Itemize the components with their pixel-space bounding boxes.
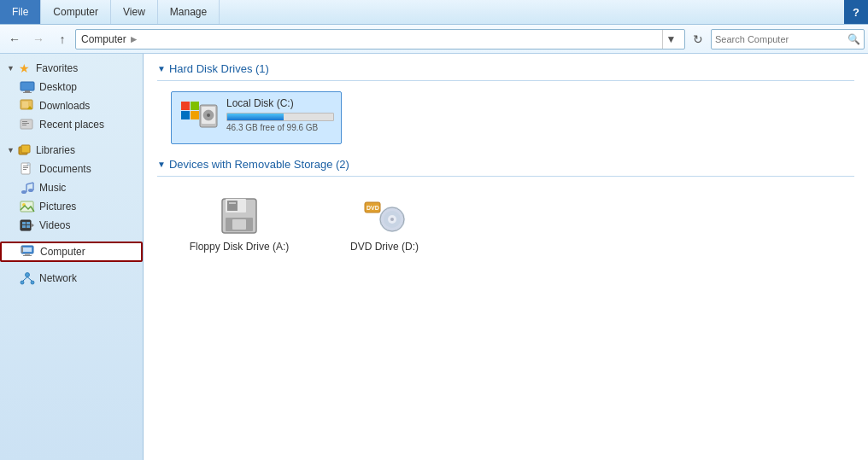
local-disk-info: Local Disk (C:) 46.3 GB free of 99.6 GB <box>226 97 334 132</box>
videos-icon <box>20 218 35 232</box>
dvd-drive-d[interactable]: DVD DVD Drive (D:) <box>316 187 453 260</box>
documents-label: Documents <box>39 163 91 175</box>
sidebar-item-downloads[interactable]: Downloads <box>0 96 143 115</box>
svg-rect-31 <box>23 247 32 252</box>
drives-grid: Local Disk (C:) 46.3 GB free of 99.6 GB <box>157 91 854 144</box>
search-input[interactable] <box>715 34 847 44</box>
sidebar-item-recent[interactable]: Recent places <box>0 115 143 134</box>
svg-rect-52 <box>229 202 236 204</box>
pictures-icon <box>20 200 35 213</box>
downloads-label: Downloads <box>39 100 90 112</box>
local-disk-c[interactable]: Local Disk (C:) 46.3 GB free of 99.6 GB <box>171 91 342 144</box>
svg-point-35 <box>26 273 30 277</box>
sidebar-item-desktop[interactable]: Desktop <box>0 78 143 96</box>
svg-rect-54 <box>232 219 246 230</box>
svg-marker-25 <box>31 223 34 228</box>
address-chevron: ► <box>129 33 139 45</box>
dvd-icon: DVD <box>363 195 406 237</box>
libraries-icon <box>18 143 32 157</box>
svg-rect-29 <box>26 225 30 228</box>
address-dropdown-button[interactable]: ▼ <box>662 30 679 49</box>
refresh-button[interactable]: ↻ <box>687 28 709 50</box>
drive-progress-fill <box>227 114 284 120</box>
svg-rect-32 <box>25 253 30 255</box>
floppy-name: Floppy Disk Drive (A:) <box>190 241 290 253</box>
desktop-label: Desktop <box>39 81 77 93</box>
removable-title: Devices with Removable Storage (2) <box>169 158 349 171</box>
svg-rect-33 <box>23 255 32 256</box>
svg-rect-14 <box>23 167 28 168</box>
forward-button[interactable]: → <box>27 28 50 50</box>
libraries-label: Libraries <box>36 144 75 156</box>
favorites-label: Favorites <box>36 62 78 74</box>
content-area: ▼ Hard Disk Drives (1) <box>144 54 868 460</box>
favorites-header: ▼ ★ Favorites <box>0 59 143 78</box>
up-button[interactable]: ↑ <box>51 28 73 50</box>
sidebar-item-computer[interactable]: Computer <box>0 242 143 262</box>
local-disk-icon <box>179 97 220 138</box>
computer-icon <box>21 245 36 259</box>
hard-disk-header: ▼ Hard Disk Drives (1) <box>157 62 854 75</box>
hdd-collapse-icon: ▼ <box>157 64 166 73</box>
floppy-drive-a[interactable]: Floppy Disk Drive (A:) <box>171 187 308 260</box>
svg-rect-15 <box>23 169 26 170</box>
svg-rect-28 <box>22 225 26 228</box>
floppy-icon <box>218 195 261 237</box>
removable-collapse-icon: ▼ <box>157 160 166 169</box>
svg-rect-42 <box>191 102 199 110</box>
sidebar-item-documents[interactable]: Documents <box>0 160 143 178</box>
pictures-label: Pictures <box>39 201 76 213</box>
sidebar: ▼ ★ Favorites Desktop Downloads Recent p… <box>0 54 144 460</box>
computer-label: Computer <box>40 246 85 258</box>
back-button[interactable]: ← <box>3 28 26 50</box>
svg-point-17 <box>21 190 26 194</box>
address-text: Computer <box>81 33 126 45</box>
svg-rect-26 <box>22 222 26 224</box>
search-icon[interactable]: 🔍 <box>847 33 860 45</box>
favorites-collapse-icon: ▼ <box>7 64 15 73</box>
sidebar-item-network[interactable]: Network <box>0 269 143 288</box>
ribbon: File Computer View Manage ? <box>0 0 868 25</box>
libraries-collapse-icon: ▼ <box>7 146 15 154</box>
svg-point-18 <box>28 189 33 192</box>
address-bar[interactable]: Computer ► ▼ <box>75 29 685 49</box>
svg-rect-4 <box>22 102 28 108</box>
tab-view[interactable]: View <box>111 0 158 24</box>
svg-rect-1 <box>25 90 30 92</box>
ribbon-spacer <box>220 0 844 24</box>
drive-progress-bar-container <box>226 113 334 121</box>
menu-tabs: File Computer View Manage ? <box>0 0 868 24</box>
music-icon <box>20 181 35 195</box>
sidebar-item-videos[interactable]: Videos <box>0 216 143 235</box>
local-disk-free: 46.3 GB free of 99.6 GB <box>226 123 334 132</box>
search-box[interactable]: 🔍 <box>711 29 865 49</box>
svg-rect-27 <box>26 222 30 224</box>
sidebar-item-pictures[interactable]: Pictures <box>0 197 143 216</box>
main-area: ▼ ★ Favorites Desktop Downloads Recent p… <box>0 54 868 460</box>
svg-point-37 <box>31 281 34 284</box>
videos-label: Videos <box>39 219 70 231</box>
nav-bar: ← → ↑ Computer ► ▼ ↻ 🔍 <box>0 25 868 54</box>
desktop-icon <box>20 80 35 94</box>
hdd-divider <box>157 80 854 81</box>
svg-line-21 <box>26 183 33 184</box>
svg-rect-44 <box>191 111 199 119</box>
svg-rect-51 <box>227 201 238 211</box>
svg-rect-6 <box>21 119 32 129</box>
help-button[interactable]: ? <box>844 0 868 24</box>
documents-icon <box>20 162 35 176</box>
svg-point-60 <box>390 218 394 221</box>
tab-manage[interactable]: Manage <box>158 0 220 24</box>
tab-file[interactable]: File <box>0 0 41 24</box>
hdd-title: Hard Disk Drives (1) <box>169 62 269 75</box>
removable-divider <box>157 176 854 177</box>
svg-rect-43 <box>181 111 190 119</box>
removable-header: ▼ Devices with Removable Storage (2) <box>157 158 854 171</box>
svg-line-38 <box>23 277 27 282</box>
sidebar-item-music[interactable]: Music <box>0 178 143 197</box>
tab-computer[interactable]: Computer <box>41 0 111 24</box>
svg-line-39 <box>27 277 32 282</box>
recent-label: Recent places <box>39 119 104 131</box>
svg-rect-11 <box>21 145 30 153</box>
svg-rect-41 <box>181 102 190 110</box>
